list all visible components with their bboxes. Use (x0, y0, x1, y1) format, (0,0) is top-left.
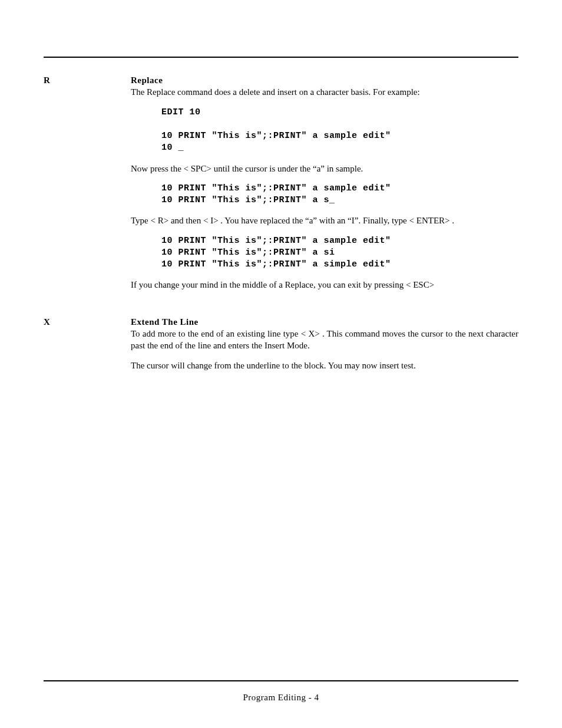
section-title: Replace (131, 74, 518, 86)
section: XExtend The LineTo add more to the end o… (44, 316, 518, 380)
paragraph: Now press the < SPC> until the cursor is… (131, 163, 518, 174)
code-block: 10 PRINT "This is";:PRINT" a sample edit… (161, 183, 518, 207)
code-block: 10 PRINT "This is";:PRINT" a sample edit… (161, 235, 518, 271)
paragraph: The cursor will change from the underlin… (131, 360, 518, 371)
paragraph: Type < R> and then < I> . You have repla… (131, 215, 518, 226)
bottom-rule (44, 680, 518, 681)
section-key: X (44, 316, 131, 328)
section: RReplaceThe Replace command does a delet… (44, 74, 518, 299)
code-block: EDIT 10 10 PRINT "This is";:PRINT" a sam… (161, 107, 518, 154)
content: RReplaceThe Replace command does a delet… (44, 74, 518, 380)
paragraph: If you change your mind in the middle of… (131, 279, 518, 291)
paragraph: To add more to the end of an existing li… (131, 328, 518, 352)
top-rule (44, 57, 518, 58)
section-title: Extend The Line (131, 316, 518, 328)
section-key: R (44, 74, 131, 86)
footer: Program Editing - 4 (0, 691, 562, 703)
section-body: ReplaceThe Replace command does a delete… (131, 74, 518, 299)
section-body: Extend The LineTo add more to the end of… (131, 316, 518, 380)
page: RReplaceThe Replace command does a delet… (0, 0, 562, 728)
paragraph: The Replace command does a delete and in… (131, 86, 518, 98)
